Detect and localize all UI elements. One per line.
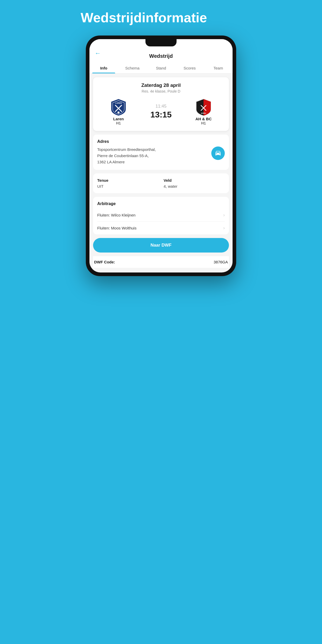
away-team-name: AH & BC: [195, 117, 212, 121]
address-line1: Topsportcentrum Breedtesporthal,: [97, 147, 156, 152]
car-icon: [215, 150, 221, 157]
tab-stand[interactable]: Stand: [147, 63, 175, 73]
score-block: 11:45 13:15: [140, 104, 182, 120]
match-date: Zaterdag 28 april: [97, 82, 225, 88]
map-button[interactable]: [211, 146, 225, 160]
dwf-code-label: DWF Code:: [94, 260, 115, 264]
page-heading: Wedstrijdinformatie: [81, 10, 241, 25]
address-line3: 1362 LA Almere: [97, 160, 125, 164]
svg-point-2: [117, 111, 120, 114]
tab-team[interactable]: Team: [204, 63, 233, 73]
tenue-label: Tenue: [97, 178, 158, 183]
chevron-right-icon-2: ›: [223, 225, 225, 231]
tab-scores[interactable]: Scores: [175, 63, 204, 73]
dwf-button-wrapper: Naar DWF: [93, 238, 229, 253]
referee-row-2[interactable]: Fluiten: Moos Wolthuis ›: [97, 222, 225, 234]
dwf-code-value: 3876GA: [214, 260, 228, 264]
home-team-name: Laren: [113, 117, 124, 121]
svg-text:ah&bc: ah&bc: [201, 112, 206, 114]
referee-1-text: Fluiten: Wilco Kleijnen: [97, 213, 136, 217]
phone-frame: ← Wedstrijd Info Schema Stand Scores Tea…: [86, 36, 236, 276]
address-text: Topsportcentrum Breedtesporthal, Pierre …: [97, 146, 208, 165]
away-team-sub: H1: [201, 121, 206, 125]
back-button[interactable]: ←: [95, 50, 101, 57]
tenue-veld-section: Tenue UIT Veld 4, water: [93, 173, 229, 193]
match-league: Res. 4e klasse, Poule D: [97, 89, 225, 93]
chevron-right-icon-1: ›: [223, 212, 225, 218]
svg-text:LAREN: LAREN: [115, 102, 122, 104]
home-team-logo: LAREN: [109, 98, 128, 117]
match-planned-time: 11:45: [156, 104, 167, 109]
dwf-button[interactable]: Naar DWF: [93, 238, 229, 253]
address-line2: Pierre de Coubertinlaan 55-A,: [97, 153, 149, 158]
match-teams: LAREN Laren H1 11:45 13:15: [97, 98, 225, 125]
veld-label: Veld: [164, 178, 225, 183]
match-actual-time: 13:15: [150, 110, 172, 120]
arbitrage-section: Arbitrage Fluiten: Wilco Kleijnen › Flui…: [93, 197, 229, 234]
home-team-sub: H1: [116, 121, 121, 125]
referee-2-text: Fluiten: Moos Wolthuis: [97, 226, 136, 230]
tab-bar: Info Schema Stand Scores Team: [89, 63, 233, 74]
away-team-logo: ah&bc: [194, 98, 213, 117]
screen-title: Wedstrijd: [149, 53, 173, 59]
tab-info[interactable]: Info: [89, 63, 118, 73]
address-section: Adres Topsportcentrum Breedtesporthal, P…: [93, 135, 229, 170]
arbitrage-label: Arbitrage: [97, 201, 225, 206]
dwf-code-row: DWF Code: 3876GA: [93, 256, 229, 268]
address-row: Topsportcentrum Breedtesporthal, Pierre …: [97, 146, 225, 165]
veld-item: Veld 4, water: [164, 178, 225, 188]
match-card: Zaterdag 28 april Res. 4e klasse, Poule …: [93, 77, 229, 131]
tab-schema[interactable]: Schema: [118, 63, 146, 73]
veld-value: 4, water: [164, 184, 225, 188]
away-team-block: ah&bc AH & BC H1: [182, 98, 225, 125]
tenue-item: Tenue UIT: [97, 178, 158, 188]
address-label: Adres: [97, 139, 225, 144]
phone-screen: ← Wedstrijd Info Schema Stand Scores Tea…: [89, 39, 233, 272]
tenue-value: UIT: [97, 184, 158, 188]
home-team-block: LAREN Laren H1: [97, 98, 140, 125]
phone-notch: [145, 39, 177, 46]
referee-row-1[interactable]: Fluiten: Wilco Kleijnen ›: [97, 209, 225, 222]
